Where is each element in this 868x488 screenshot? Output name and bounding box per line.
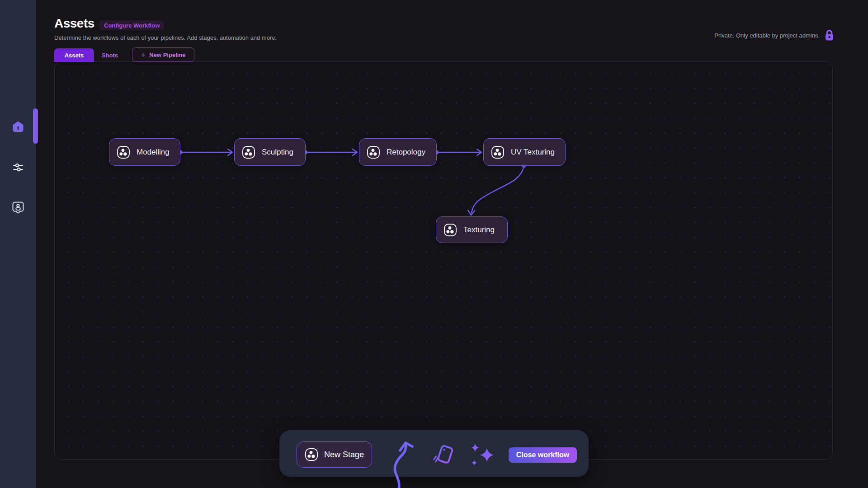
asset-stage-icon xyxy=(242,145,255,159)
tab-assets[interactable]: Assets xyxy=(54,48,94,62)
home-icon xyxy=(11,120,25,134)
sidebar-item-profile[interactable] xyxy=(0,195,36,220)
page-subtitle: Determine the workflows of each of your … xyxy=(54,34,277,41)
privacy-text: Private. Only editable by project admins… xyxy=(714,32,820,39)
node-label: Retopology xyxy=(387,148,425,157)
workflow-edges xyxy=(55,62,833,460)
new-pipeline-label: New Pipeline xyxy=(149,52,185,58)
asset-stage-icon xyxy=(367,145,380,159)
new-stage-button[interactable]: New Stage xyxy=(297,441,372,468)
tab-shots[interactable]: Shots xyxy=(94,48,126,62)
workflow-node-retopology[interactable]: Retopology xyxy=(359,138,437,166)
sidebar-active-indicator xyxy=(33,108,38,144)
workflow-node-sculpting[interactable]: Sculpting xyxy=(234,138,306,166)
sidebar xyxy=(0,0,36,488)
sidebar-item-home[interactable] xyxy=(0,114,36,140)
sidebar-item-settings[interactable] xyxy=(0,155,36,180)
asset-stage-icon xyxy=(491,145,505,159)
edge-arrowhead xyxy=(477,149,481,155)
workflow-node-uv-texturing[interactable]: UV Texturing xyxy=(483,138,566,166)
page-title: Assets xyxy=(54,16,94,31)
curved-arrow-connector-icon[interactable] xyxy=(385,434,426,488)
edge-arrowhead xyxy=(228,149,232,155)
asset-stage-icon xyxy=(117,145,130,159)
asset-stage-icon xyxy=(305,448,318,461)
plus-icon: + xyxy=(141,51,145,59)
edge-arrowhead xyxy=(468,210,475,215)
user-badge-icon xyxy=(11,200,25,215)
node-label: Sculpting xyxy=(262,148,293,157)
privacy-note: Private. Only editable by project admins… xyxy=(714,29,835,42)
configure-workflow-badge: Configure Workflow xyxy=(99,20,164,30)
workflow-node-texturing[interactable]: Texturing xyxy=(436,216,508,243)
workflow-node-modelling[interactable]: Modelling xyxy=(109,138,180,166)
node-label: UV Texturing xyxy=(511,148,555,157)
edge-uvtexturing-texturing xyxy=(472,166,524,213)
workflow-canvas[interactable]: Modelling Sculpting Retopology UV Textur… xyxy=(54,61,833,460)
node-label: Modelling xyxy=(137,148,170,157)
new-pipeline-button[interactable]: + New Pipeline xyxy=(132,47,194,62)
sparkles-icon[interactable] xyxy=(468,441,498,469)
edge-arrowhead xyxy=(353,149,357,155)
sliders-icon xyxy=(11,160,25,174)
asset-stage-icon xyxy=(443,223,457,237)
card-tilt-icon[interactable] xyxy=(432,443,457,468)
new-stage-label: New Stage xyxy=(324,450,364,460)
node-label: Texturing xyxy=(463,225,495,235)
close-workflow-button[interactable]: Close workflow xyxy=(509,447,577,463)
lock-icon xyxy=(824,29,835,42)
